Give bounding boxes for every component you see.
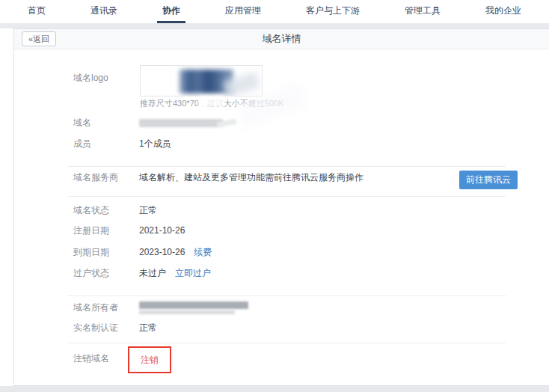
redaction-smudge (228, 130, 260, 144)
redaction-smudge (199, 96, 224, 108)
section-divider (68, 295, 506, 296)
provider-description: 域名解析、建站及更多管理功能需前往腾讯云服务商操作 (139, 171, 364, 184)
field-label-domain: 域名 (73, 117, 139, 129)
field-transfer-status: 过户状态 未过户 立即过户 (73, 268, 211, 278)
field-members: 成员 1个成员 (73, 138, 171, 149)
field-label-owner: 域名所有者 (73, 301, 139, 314)
back-button[interactable]: «返回 (22, 31, 56, 46)
domain-detail-panel: «返回 域名详情 域名logo 推荐尺寸430*70，建议大小不超过500K 域… (13, 28, 549, 386)
page-background-band (0, 23, 549, 28)
section-divider (68, 196, 506, 197)
field-label-domain-logo: 域名logo (73, 72, 108, 85)
deregister-link[interactable]: 注销 (141, 354, 159, 367)
field-label-real-name-auth: 实名制认证 (73, 322, 139, 334)
field-provider: 域名服务商 域名解析、建站及更多管理功能需前往腾讯云服务商操作 (73, 172, 364, 183)
section-divider (68, 166, 506, 167)
real-name-auth-value: 正常 (139, 322, 157, 334)
transfer-now-link[interactable]: 立即过户 (175, 267, 211, 280)
expire-date-value: 2023-10-26 (139, 247, 185, 257)
register-date-value: 2021-10-26 (139, 225, 185, 236)
field-label-domain-status: 域名状态 (73, 204, 139, 217)
field-label-members: 成员 (73, 138, 139, 150)
nav-item-customers-upstream[interactable]: 客户与上下游 (301, 0, 365, 23)
renew-link[interactable]: 续费 (194, 246, 212, 259)
field-domain-status: 域名状态 正常 (73, 205, 157, 215)
page-background-band (0, 386, 549, 392)
transfer-status-value: 未过户 (139, 267, 166, 280)
nav-item-home[interactable]: 首页 (22, 0, 51, 23)
field-domain-name: 域名 (73, 117, 223, 128)
red-highlight-annotation: 注销 (128, 346, 171, 373)
panel-body: 域名logo 推荐尺寸430*70，建议大小不超过500K 域名 成员 1个成员… (14, 49, 549, 385)
redacted-owner-value (139, 301, 248, 314)
panel-header: «返回 域名详情 (14, 29, 549, 49)
nav-item-admin-tools[interactable]: 管理工具 (399, 0, 446, 23)
nav-item-app-management[interactable]: 应用管理 (220, 0, 266, 23)
goto-tencent-cloud-button[interactable]: 前往腾讯云 (459, 171, 518, 189)
redacted-domain-value (139, 119, 223, 127)
page-title: 域名详情 (263, 32, 301, 46)
nav-item-my-company[interactable]: 我的企业 (480, 0, 527, 23)
field-label-transfer-status: 过户状态 (73, 267, 139, 280)
section-divider (68, 343, 506, 343)
domain-status-value: 正常 (139, 204, 157, 217)
field-register-date: 注册日期 2021-10-26 (73, 225, 185, 236)
field-owner: 域名所有者 (73, 301, 248, 314)
field-label-register-date: 注册日期 (73, 224, 139, 237)
field-label-expire-date: 到期日期 (73, 246, 139, 259)
field-real-name-auth: 实名制认证 正常 (73, 322, 157, 333)
nav-item-contacts[interactable]: 通讯录 (85, 0, 123, 23)
top-nav: 首页 通讯录 协作 应用管理 客户与上下游 管理工具 我的企业 (0, 0, 549, 23)
members-value: 1个成员 (139, 138, 171, 150)
nav-item-collaboration[interactable]: 协作 (157, 0, 185, 23)
domain-logo-upload[interactable] (140, 65, 263, 97)
field-expire-date: 到期日期 2023-10-26 续费 (73, 247, 212, 257)
field-label-provider: 域名服务商 (73, 171, 139, 184)
